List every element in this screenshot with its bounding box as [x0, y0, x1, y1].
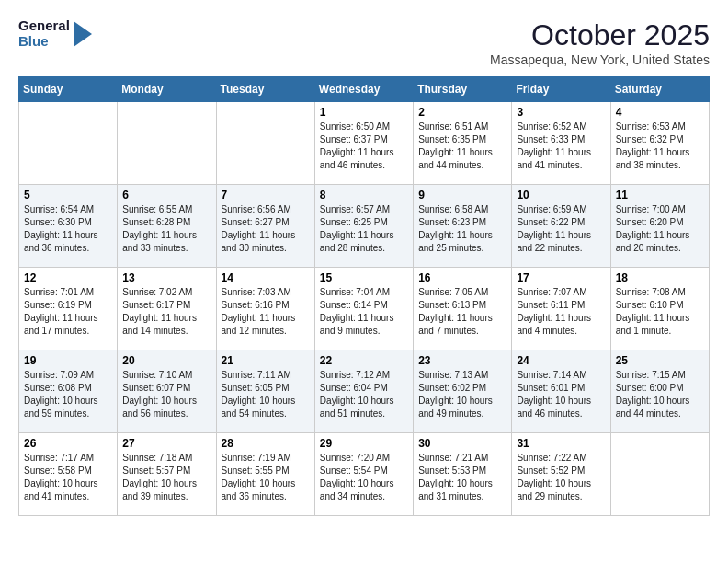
calendar-cell: [118, 102, 216, 185]
day-info: Sunrise: 6:55 AM Sunset: 6:28 PM Dayligh…: [122, 203, 210, 255]
weekday-header-friday: Friday: [512, 77, 610, 102]
day-info: Sunrise: 7:05 AM Sunset: 6:13 PM Dayligh…: [418, 286, 506, 338]
day-info: Sunrise: 6:51 AM Sunset: 6:35 PM Dayligh…: [418, 121, 506, 172]
day-info: Sunrise: 6:56 AM Sunset: 6:27 PM Dayligh…: [222, 203, 310, 255]
calendar-cell: 2Sunrise: 6:51 AM Sunset: 6:35 PM Daylig…: [414, 102, 512, 185]
calendar-cell: 26Sunrise: 7:17 AM Sunset: 5:58 PM Dayli…: [19, 433, 118, 516]
day-number: 17: [517, 271, 605, 284]
day-info: Sunrise: 7:09 AM Sunset: 6:08 PM Dayligh…: [24, 369, 112, 420]
calendar-cell: 6Sunrise: 6:55 AM Sunset: 6:28 PM Daylig…: [118, 185, 216, 268]
day-info: Sunrise: 7:18 AM Sunset: 5:57 PM Dayligh…: [122, 452, 210, 503]
day-number: 5: [24, 189, 112, 201]
calendar-cell: 20Sunrise: 7:10 AM Sunset: 6:07 PM Dayli…: [118, 350, 216, 433]
day-info: Sunrise: 7:10 AM Sunset: 6:07 PM Dayligh…: [122, 369, 210, 420]
day-info: Sunrise: 6:53 AM Sunset: 6:32 PM Dayligh…: [616, 121, 704, 172]
day-number: 20: [122, 354, 210, 367]
day-number: 15: [320, 271, 408, 284]
day-info: Sunrise: 7:22 AM Sunset: 5:52 PM Dayligh…: [517, 452, 605, 503]
logo-text-blue: Blue: [18, 34, 70, 50]
day-number: 6: [122, 189, 210, 201]
day-number: 13: [122, 271, 210, 284]
day-number: 7: [222, 189, 310, 201]
calendar-cell: 30Sunrise: 7:21 AM Sunset: 5:53 PM Dayli…: [414, 433, 512, 516]
calendar-cell: 14Sunrise: 7:03 AM Sunset: 6:16 PM Dayli…: [216, 268, 314, 350]
day-number: 19: [24, 354, 112, 367]
calendar-cell: 5Sunrise: 6:54 AM Sunset: 6:30 PM Daylig…: [19, 185, 118, 268]
day-info: Sunrise: 6:57 AM Sunset: 6:25 PM Dayligh…: [320, 203, 408, 255]
calendar-cell: [610, 433, 709, 516]
day-info: Sunrise: 6:59 AM Sunset: 6:22 PM Dayligh…: [517, 203, 605, 255]
calendar-week-4: 19Sunrise: 7:09 AM Sunset: 6:08 PM Dayli…: [19, 350, 710, 433]
day-info: Sunrise: 7:00 AM Sunset: 6:20 PM Dayligh…: [616, 203, 704, 255]
day-number: 22: [320, 354, 408, 367]
calendar-cell: 25Sunrise: 7:15 AM Sunset: 6:00 PM Dayli…: [610, 350, 709, 433]
calendar-cell: 28Sunrise: 7:19 AM Sunset: 5:55 PM Dayli…: [216, 433, 314, 516]
day-number: 8: [320, 189, 408, 201]
day-info: Sunrise: 7:14 AM Sunset: 6:01 PM Dayligh…: [517, 369, 605, 420]
calendar-cell: 11Sunrise: 7:00 AM Sunset: 6:20 PM Dayli…: [610, 185, 709, 268]
weekday-header-wednesday: Wednesday: [314, 77, 413, 102]
calendar-cell: 27Sunrise: 7:18 AM Sunset: 5:57 PM Dayli…: [118, 433, 216, 516]
calendar-cell: 24Sunrise: 7:14 AM Sunset: 6:01 PM Dayli…: [512, 350, 610, 433]
title-block: October 2025 Massapequa, New York, Unite…: [490, 18, 710, 67]
calendar-cell: 19Sunrise: 7:09 AM Sunset: 6:08 PM Dayli…: [19, 350, 118, 433]
day-info: Sunrise: 6:50 AM Sunset: 6:37 PM Dayligh…: [320, 121, 408, 172]
calendar-cell: 1Sunrise: 6:50 AM Sunset: 6:37 PM Daylig…: [314, 102, 413, 185]
calendar-week-3: 12Sunrise: 7:01 AM Sunset: 6:19 PM Dayli…: [19, 268, 710, 350]
calendar-cell: [216, 102, 314, 185]
day-number: 31: [517, 437, 605, 450]
calendar-cell: 8Sunrise: 6:57 AM Sunset: 6:25 PM Daylig…: [314, 185, 413, 268]
calendar-cell: 15Sunrise: 7:04 AM Sunset: 6:14 PM Dayli…: [314, 268, 413, 350]
calendar-cell: 31Sunrise: 7:22 AM Sunset: 5:52 PM Dayli…: [512, 433, 610, 516]
logo: General Blue: [18, 18, 92, 49]
day-info: Sunrise: 7:13 AM Sunset: 6:02 PM Dayligh…: [418, 369, 506, 420]
svg-marker-0: [74, 21, 92, 47]
calendar-cell: 7Sunrise: 6:56 AM Sunset: 6:27 PM Daylig…: [216, 185, 314, 268]
day-info: Sunrise: 7:20 AM Sunset: 5:54 PM Dayligh…: [320, 452, 408, 503]
day-info: Sunrise: 7:01 AM Sunset: 6:19 PM Dayligh…: [24, 286, 112, 338]
day-info: Sunrise: 7:02 AM Sunset: 6:17 PM Dayligh…: [122, 286, 210, 338]
day-info: Sunrise: 7:03 AM Sunset: 6:16 PM Dayligh…: [222, 286, 310, 338]
calendar-cell: 29Sunrise: 7:20 AM Sunset: 5:54 PM Dayli…: [314, 433, 413, 516]
day-number: 1: [320, 106, 408, 119]
day-info: Sunrise: 7:07 AM Sunset: 6:11 PM Dayligh…: [517, 286, 605, 338]
day-info: Sunrise: 7:21 AM Sunset: 5:53 PM Dayligh…: [418, 452, 506, 503]
day-info: Sunrise: 7:19 AM Sunset: 5:55 PM Dayligh…: [222, 452, 310, 503]
weekday-header-row: SundayMondayTuesdayWednesdayThursdayFrid…: [19, 77, 710, 102]
month-title: October 2025: [490, 18, 710, 52]
calendar-cell: 16Sunrise: 7:05 AM Sunset: 6:13 PM Dayli…: [414, 268, 512, 350]
day-number: 3: [517, 106, 605, 119]
weekday-header-monday: Monday: [118, 77, 216, 102]
day-info: Sunrise: 7:15 AM Sunset: 6:00 PM Dayligh…: [616, 369, 704, 420]
day-info: Sunrise: 7:04 AM Sunset: 6:14 PM Dayligh…: [320, 286, 408, 338]
calendar-cell: 3Sunrise: 6:52 AM Sunset: 6:33 PM Daylig…: [512, 102, 610, 185]
calendar-cell: [19, 102, 118, 185]
logo-graphic: General Blue: [18, 18, 92, 49]
calendar-week-1: 1Sunrise: 6:50 AM Sunset: 6:37 PM Daylig…: [19, 102, 710, 185]
day-number: 2: [418, 106, 506, 119]
day-info: Sunrise: 7:17 AM Sunset: 5:58 PM Dayligh…: [24, 452, 112, 503]
calendar-cell: 18Sunrise: 7:08 AM Sunset: 6:10 PM Dayli…: [610, 268, 709, 350]
day-number: 16: [418, 271, 506, 284]
day-info: Sunrise: 6:54 AM Sunset: 6:30 PM Dayligh…: [24, 203, 112, 255]
day-number: 10: [517, 189, 605, 201]
calendar-body: 1Sunrise: 6:50 AM Sunset: 6:37 PM Daylig…: [19, 102, 710, 516]
page-header: General Blue October 2025 Massapequa, Ne…: [18, 18, 710, 67]
calendar-week-2: 5Sunrise: 6:54 AM Sunset: 6:30 PM Daylig…: [19, 185, 710, 268]
day-info: Sunrise: 7:11 AM Sunset: 6:05 PM Dayligh…: [222, 369, 310, 420]
weekday-header-saturday: Saturday: [610, 77, 709, 102]
logo-text-general: General: [18, 18, 70, 34]
calendar-cell: 22Sunrise: 7:12 AM Sunset: 6:04 PM Dayli…: [314, 350, 413, 433]
day-number: 9: [418, 189, 506, 201]
day-info: Sunrise: 6:58 AM Sunset: 6:23 PM Dayligh…: [418, 203, 506, 255]
weekday-header-thursday: Thursday: [414, 77, 512, 102]
day-number: 11: [616, 189, 704, 201]
calendar-cell: 4Sunrise: 6:53 AM Sunset: 6:32 PM Daylig…: [610, 102, 709, 185]
day-number: 27: [122, 437, 210, 450]
calendar-cell: 17Sunrise: 7:07 AM Sunset: 6:11 PM Dayli…: [512, 268, 610, 350]
day-info: Sunrise: 6:52 AM Sunset: 6:33 PM Dayligh…: [517, 121, 605, 172]
day-number: 30: [418, 437, 506, 450]
calendar-cell: 23Sunrise: 7:13 AM Sunset: 6:02 PM Dayli…: [414, 350, 512, 433]
calendar-table: SundayMondayTuesdayWednesdayThursdayFrid…: [18, 76, 710, 516]
day-number: 12: [24, 271, 112, 284]
